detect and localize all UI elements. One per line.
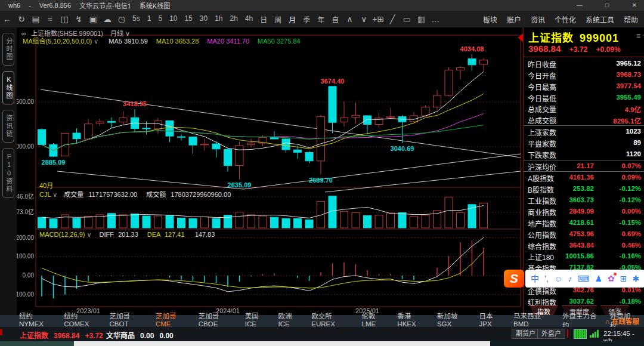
toolbox-icon[interactable]: ⊞ [620, 274, 627, 283]
sidebar-tab-K线图[interactable]: K线图 [2, 71, 14, 104]
period-button-15[interactable]: 15 [181, 14, 196, 24]
volume-bar[interactable] [398, 212, 406, 228]
sidebar-tab-分时图[interactable]: 分时图 [2, 33, 14, 66]
volume-bar[interactable] [271, 217, 278, 228]
quote-row[interactable]: 公用指数4753.960.69% [524, 228, 644, 240]
futures-account-button[interactable]: 期货户 [512, 329, 540, 339]
volume-bar[interactable] [352, 212, 360, 228]
draw-line-icon[interactable]: ╱ [385, 14, 400, 24]
volume-bar[interactable] [73, 218, 80, 228]
candle[interactable] [154, 121, 162, 129]
candle[interactable] [294, 150, 302, 152]
candle[interactable] [212, 144, 220, 149]
trend-line-icon[interactable]: ≈ [43, 14, 57, 24]
settings-icon[interactable]: ✱ [633, 274, 640, 283]
volume-bar[interactable] [445, 197, 453, 228]
indicator-window-icon[interactable]: ▣ [86, 14, 100, 24]
candle[interactable] [108, 121, 116, 122]
volume-bar[interactable] [259, 216, 267, 228]
quote-row[interactable]: 下跌家数1120 [524, 149, 644, 160]
candle[interactable] [282, 139, 290, 150]
volume-bar[interactable] [480, 203, 488, 228]
chart-region[interactable]: 3500.003000.00146.0亿73.0亿200.00100.000.0… [17, 27, 523, 315]
period-button-4h[interactable]: 4h [242, 14, 256, 24]
online-service-link[interactable]: ∩ 在线客服 [605, 316, 639, 326]
period-button-季[interactable]: 季 [299, 14, 314, 24]
candle[interactable] [352, 115, 360, 117]
quote-row[interactable]: 综合指数3643.840.46% [524, 240, 644, 251]
menu-帮助[interactable]: 帮助 [624, 14, 638, 24]
ma-combo-label[interactable]: MA组合(5,10,20,50,0,0) [23, 38, 92, 45]
candle[interactable] [224, 149, 232, 165]
punctuation-icon[interactable]: ’, [544, 274, 549, 283]
quote-row[interactable]: 今日最高3977.54 [524, 81, 644, 92]
menu-资讯[interactable]: 资讯 [531, 14, 545, 24]
period-button-年[interactable]: 年 [314, 14, 328, 24]
candle[interactable] [364, 116, 371, 125]
candle[interactable] [38, 129, 46, 144]
refresh-icon[interactable]: ↻ [14, 14, 29, 24]
period-button-日[interactable]: 日 [256, 14, 271, 24]
chevron-down-icon[interactable]: ∨ [86, 231, 91, 238]
quote-board-icon[interactable]: ▤ [29, 14, 43, 24]
quote-row[interactable]: 工业指数3603.73-0.12% [524, 194, 644, 206]
kline-chart[interactable]: 3500.003000.00146.0亿73.0亿200.00100.000.0… [17, 27, 523, 315]
quote-row[interactable]: 今日最低3955.49 [524, 92, 644, 103]
quote-row[interactable]: 平盘家数89 [524, 137, 644, 149]
volume-bar[interactable] [189, 218, 197, 228]
volume-bar[interactable] [131, 214, 139, 228]
alarm-icon[interactable]: ◷ [114, 14, 129, 24]
chevron-down-icon[interactable]: ∨ [52, 191, 57, 198]
candle[interactable] [178, 137, 185, 137]
quote-row[interactable]: 今日开盘3968.73 [524, 69, 644, 81]
period-button-10[interactable]: 10 [166, 14, 181, 24]
macd-indicator-label[interactable]: MACD(12,26,9) [39, 231, 85, 238]
quote-row[interactable]: 地产指数4218.61-0.15% [524, 217, 644, 228]
volume-bar[interactable] [154, 216, 162, 228]
period-button-5s[interactable]: 5s [129, 14, 144, 24]
account-icon[interactable]: ♟ [595, 274, 603, 283]
candle[interactable] [468, 59, 476, 65]
add-indicator-icon[interactable]: +⊞ [371, 14, 385, 24]
period-button-5[interactable]: 5 [154, 14, 166, 24]
emoji-icon[interactable]: ☺ [554, 274, 562, 283]
maximize-button[interactable]: □ [597, 0, 617, 11]
quote-row[interactable]: B股指数253.82-0.12% [524, 183, 644, 194]
candle[interactable] [305, 152, 313, 160]
close-button[interactable]: ✕ [625, 0, 644, 11]
candle[interactable] [247, 143, 255, 145]
candle[interactable] [236, 146, 243, 166]
menu-板块[interactable]: 板块 [483, 14, 497, 24]
minimize-button[interactable]: — [570, 0, 589, 11]
volume-bar[interactable] [410, 217, 418, 228]
volume-bar[interactable] [317, 201, 325, 228]
period-button-1h[interactable]: 1h [211, 14, 226, 24]
candle[interactable] [434, 95, 441, 107]
candle[interactable] [73, 133, 80, 139]
virtual-keyboard-icon[interactable]: ⌨ [577, 274, 589, 283]
quote-row[interactable]: 总成交额8295.1亿 [524, 114, 644, 126]
period-button-1[interactable]: 1 [144, 14, 155, 24]
volume-bar[interactable] [282, 218, 290, 228]
pane-expand-icon[interactable]: ∨ [357, 14, 371, 24]
volume-bar[interactable] [457, 212, 465, 228]
quote-row[interactable]: 昨日收盘3965.12 [524, 58, 644, 69]
volume-bar[interactable] [294, 218, 302, 228]
period-button-自[interactable]: 自 [328, 14, 342, 24]
candle[interactable] [143, 128, 150, 129]
sidebar-tab-资讯链[interactable]: 资讯链 [2, 110, 14, 143]
volume-bar[interactable] [375, 215, 383, 228]
candle[interactable] [422, 107, 429, 116]
volume-bar[interactable] [119, 215, 127, 228]
candle[interactable] [85, 124, 92, 139]
foreign-account-button[interactable]: 外盘户 [537, 329, 565, 339]
cloud-download-icon[interactable]: ☁ [100, 14, 114, 24]
sidebar-tab-F10资料[interactable]: F10资料 [2, 148, 14, 198]
volume-bar[interactable] [85, 216, 92, 228]
panel-collapse-icon[interactable] [518, 33, 523, 42]
quote-row[interactable]: A股指数4161.360.09% [524, 172, 644, 183]
tick-data-icon[interactable]: ↯ [72, 14, 86, 24]
period-button-月[interactable]: 月 [285, 14, 299, 24]
rectangle-tool-icon[interactable]: ▭ [400, 14, 414, 24]
candle[interactable] [340, 118, 348, 122]
